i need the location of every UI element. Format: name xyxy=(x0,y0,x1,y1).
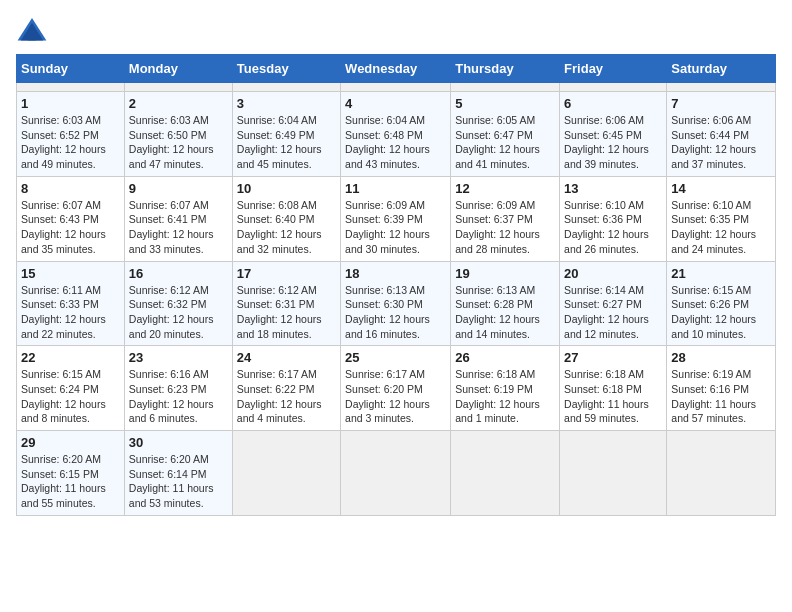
day-info: Sunrise: 6:15 AMSunset: 6:24 PMDaylight:… xyxy=(21,367,120,426)
empty-cell xyxy=(451,83,560,92)
day-info: Sunrise: 6:12 AMSunset: 6:31 PMDaylight:… xyxy=(237,283,336,342)
page-header xyxy=(16,16,776,44)
day-header-tuesday: Tuesday xyxy=(232,55,340,83)
day-cell-22: 22 Sunrise: 6:15 AMSunset: 6:24 PMDaylig… xyxy=(17,346,125,431)
day-number: 24 xyxy=(237,350,336,365)
day-info: Sunrise: 6:17 AMSunset: 6:22 PMDaylight:… xyxy=(237,367,336,426)
calendar-row-2: 8 Sunrise: 6:07 AMSunset: 6:43 PMDayligh… xyxy=(17,176,776,261)
day-info: Sunrise: 6:04 AMSunset: 6:48 PMDaylight:… xyxy=(345,113,446,172)
day-number: 29 xyxy=(21,435,120,450)
day-cell-6: 6 Sunrise: 6:06 AMSunset: 6:45 PMDayligh… xyxy=(560,92,667,177)
day-number: 27 xyxy=(564,350,662,365)
day-cell-23: 23 Sunrise: 6:16 AMSunset: 6:23 PMDaylig… xyxy=(124,346,232,431)
day-number: 2 xyxy=(129,96,228,111)
day-info: Sunrise: 6:07 AMSunset: 6:41 PMDaylight:… xyxy=(129,198,228,257)
day-info: Sunrise: 6:19 AMSunset: 6:16 PMDaylight:… xyxy=(671,367,771,426)
header-row: SundayMondayTuesdayWednesdayThursdayFrid… xyxy=(17,55,776,83)
empty-cell xyxy=(560,83,667,92)
day-cell-4: 4 Sunrise: 6:04 AMSunset: 6:48 PMDayligh… xyxy=(341,92,451,177)
day-cell-9: 9 Sunrise: 6:07 AMSunset: 6:41 PMDayligh… xyxy=(124,176,232,261)
day-info: Sunrise: 6:14 AMSunset: 6:27 PMDaylight:… xyxy=(564,283,662,342)
day-cell-30: 30 Sunrise: 6:20 AMSunset: 6:14 PMDaylig… xyxy=(124,431,232,516)
day-cell-16: 16 Sunrise: 6:12 AMSunset: 6:32 PMDaylig… xyxy=(124,261,232,346)
day-header-friday: Friday xyxy=(560,55,667,83)
day-header-saturday: Saturday xyxy=(667,55,776,83)
svg-rect-2 xyxy=(28,31,36,41)
day-cell-29: 29 Sunrise: 6:20 AMSunset: 6:15 PMDaylig… xyxy=(17,431,125,516)
day-info: Sunrise: 6:12 AMSunset: 6:32 PMDaylight:… xyxy=(129,283,228,342)
calendar-table: SundayMondayTuesdayWednesdayThursdayFrid… xyxy=(16,54,776,516)
day-number: 16 xyxy=(129,266,228,281)
day-info: Sunrise: 6:20 AMSunset: 6:15 PMDaylight:… xyxy=(21,452,120,511)
empty-cell xyxy=(451,431,560,516)
day-number: 18 xyxy=(345,266,446,281)
day-cell-17: 17 Sunrise: 6:12 AMSunset: 6:31 PMDaylig… xyxy=(232,261,340,346)
day-info: Sunrise: 6:11 AMSunset: 6:33 PMDaylight:… xyxy=(21,283,120,342)
generalblue-logo-icon xyxy=(16,16,48,44)
calendar-row-3: 15 Sunrise: 6:11 AMSunset: 6:33 PMDaylig… xyxy=(17,261,776,346)
day-cell-2: 2 Sunrise: 6:03 AMSunset: 6:50 PMDayligh… xyxy=(124,92,232,177)
day-number: 9 xyxy=(129,181,228,196)
empty-cell xyxy=(232,83,340,92)
day-info: Sunrise: 6:18 AMSunset: 6:18 PMDaylight:… xyxy=(564,367,662,426)
empty-cell xyxy=(667,83,776,92)
day-number: 21 xyxy=(671,266,771,281)
day-info: Sunrise: 6:13 AMSunset: 6:30 PMDaylight:… xyxy=(345,283,446,342)
day-info: Sunrise: 6:15 AMSunset: 6:26 PMDaylight:… xyxy=(671,283,771,342)
day-number: 14 xyxy=(671,181,771,196)
day-number: 19 xyxy=(455,266,555,281)
day-cell-5: 5 Sunrise: 6:05 AMSunset: 6:47 PMDayligh… xyxy=(451,92,560,177)
day-cell-7: 7 Sunrise: 6:06 AMSunset: 6:44 PMDayligh… xyxy=(667,92,776,177)
day-cell-8: 8 Sunrise: 6:07 AMSunset: 6:43 PMDayligh… xyxy=(17,176,125,261)
day-info: Sunrise: 6:17 AMSunset: 6:20 PMDaylight:… xyxy=(345,367,446,426)
day-number: 28 xyxy=(671,350,771,365)
day-header-wednesday: Wednesday xyxy=(341,55,451,83)
day-number: 6 xyxy=(564,96,662,111)
empty-cell xyxy=(17,83,125,92)
day-number: 10 xyxy=(237,181,336,196)
day-number: 26 xyxy=(455,350,555,365)
day-cell-19: 19 Sunrise: 6:13 AMSunset: 6:28 PMDaylig… xyxy=(451,261,560,346)
day-number: 7 xyxy=(671,96,771,111)
day-info: Sunrise: 6:05 AMSunset: 6:47 PMDaylight:… xyxy=(455,113,555,172)
empty-cell xyxy=(232,431,340,516)
calendar-row-1: 1 Sunrise: 6:03 AMSunset: 6:52 PMDayligh… xyxy=(17,92,776,177)
day-cell-14: 14 Sunrise: 6:10 AMSunset: 6:35 PMDaylig… xyxy=(667,176,776,261)
day-number: 15 xyxy=(21,266,120,281)
empty-cell xyxy=(341,431,451,516)
day-number: 13 xyxy=(564,181,662,196)
calendar-row-5: 29 Sunrise: 6:20 AMSunset: 6:15 PMDaylig… xyxy=(17,431,776,516)
day-info: Sunrise: 6:13 AMSunset: 6:28 PMDaylight:… xyxy=(455,283,555,342)
day-info: Sunrise: 6:07 AMSunset: 6:43 PMDaylight:… xyxy=(21,198,120,257)
empty-cell xyxy=(124,83,232,92)
day-info: Sunrise: 6:06 AMSunset: 6:44 PMDaylight:… xyxy=(671,113,771,172)
day-cell-24: 24 Sunrise: 6:17 AMSunset: 6:22 PMDaylig… xyxy=(232,346,340,431)
calendar-row-4: 22 Sunrise: 6:15 AMSunset: 6:24 PMDaylig… xyxy=(17,346,776,431)
day-number: 1 xyxy=(21,96,120,111)
day-info: Sunrise: 6:04 AMSunset: 6:49 PMDaylight:… xyxy=(237,113,336,172)
day-cell-11: 11 Sunrise: 6:09 AMSunset: 6:39 PMDaylig… xyxy=(341,176,451,261)
day-number: 22 xyxy=(21,350,120,365)
logo xyxy=(16,16,54,44)
day-number: 4 xyxy=(345,96,446,111)
day-cell-20: 20 Sunrise: 6:14 AMSunset: 6:27 PMDaylig… xyxy=(560,261,667,346)
day-number: 30 xyxy=(129,435,228,450)
day-number: 12 xyxy=(455,181,555,196)
empty-cell xyxy=(667,431,776,516)
empty-cell xyxy=(341,83,451,92)
day-number: 17 xyxy=(237,266,336,281)
day-number: 23 xyxy=(129,350,228,365)
day-info: Sunrise: 6:09 AMSunset: 6:37 PMDaylight:… xyxy=(455,198,555,257)
day-cell-18: 18 Sunrise: 6:13 AMSunset: 6:30 PMDaylig… xyxy=(341,261,451,346)
day-cell-12: 12 Sunrise: 6:09 AMSunset: 6:37 PMDaylig… xyxy=(451,176,560,261)
day-number: 25 xyxy=(345,350,446,365)
day-info: Sunrise: 6:03 AMSunset: 6:50 PMDaylight:… xyxy=(129,113,228,172)
day-cell-1: 1 Sunrise: 6:03 AMSunset: 6:52 PMDayligh… xyxy=(17,92,125,177)
day-cell-25: 25 Sunrise: 6:17 AMSunset: 6:20 PMDaylig… xyxy=(341,346,451,431)
day-info: Sunrise: 6:03 AMSunset: 6:52 PMDaylight:… xyxy=(21,113,120,172)
day-cell-27: 27 Sunrise: 6:18 AMSunset: 6:18 PMDaylig… xyxy=(560,346,667,431)
day-info: Sunrise: 6:06 AMSunset: 6:45 PMDaylight:… xyxy=(564,113,662,172)
calendar-row-0 xyxy=(17,83,776,92)
day-info: Sunrise: 6:18 AMSunset: 6:19 PMDaylight:… xyxy=(455,367,555,426)
day-cell-13: 13 Sunrise: 6:10 AMSunset: 6:36 PMDaylig… xyxy=(560,176,667,261)
